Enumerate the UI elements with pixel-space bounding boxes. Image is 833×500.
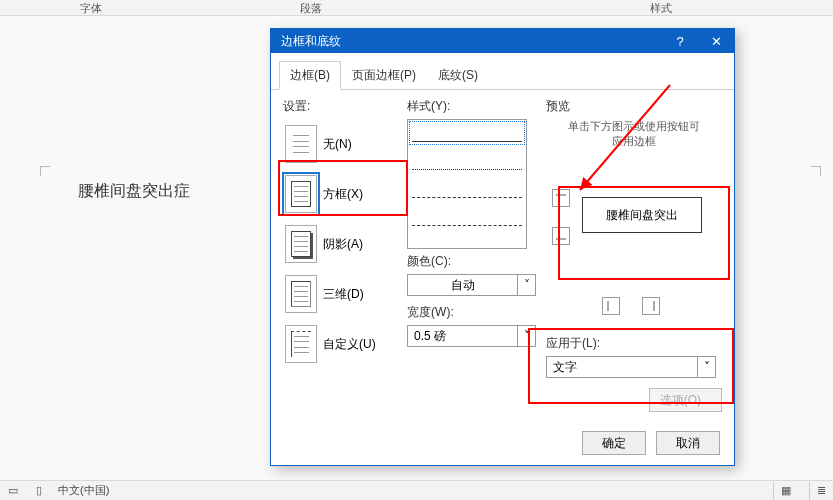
setting-three-d[interactable]: 三维(D) [283, 269, 397, 319]
close-button[interactable]: ✕ [698, 29, 734, 53]
style-option-dotted[interactable] [412, 152, 522, 170]
preview-sample: 腰椎间盘突出 [582, 197, 702, 233]
preview-diagram: 腰椎间盘突出 [552, 167, 722, 297]
preview-btn-bottom[interactable] [552, 227, 570, 245]
style-listbox[interactable] [407, 119, 527, 249]
width-label: 宽度(W): [407, 304, 536, 321]
ribbon-group-styles: 样式 [650, 1, 672, 16]
book-icon[interactable]: ▯ [32, 484, 46, 498]
dialog-tabs: 边框(B) 页面边框(P) 底纹(S) [271, 53, 734, 90]
tab-shading[interactable]: 底纹(S) [427, 61, 489, 90]
settings-label: 设置: [283, 98, 397, 115]
dialog-title: 边框和底纹 [281, 33, 341, 50]
setting-shadow[interactable]: 阴影(A) [283, 219, 397, 269]
style-option-dashed-2[interactable] [412, 208, 522, 226]
options-button: 选项(O)... [649, 388, 722, 412]
ribbon-group-paragraph: 段落 [300, 1, 322, 16]
style-label: 样式(Y): [407, 98, 536, 115]
ribbon-strip: 字体 段落 样式 [0, 0, 833, 16]
preview-label: 预览 [546, 98, 722, 115]
preview-hint: 单击下方图示或使用按钮可应用边框 [546, 119, 722, 149]
page-corner-mark [40, 166, 50, 176]
chevron-down-icon[interactable]: ˅ [517, 275, 535, 295]
ribbon-group-font: 字体 [80, 1, 102, 16]
apply-to-label: 应用于(L): [546, 335, 722, 352]
ok-button[interactable]: 确定 [582, 431, 646, 455]
tab-page-border[interactable]: 页面边框(P) [341, 61, 427, 90]
status-bar: ▭ ▯ 中文(中国) ▦ ≣ [0, 480, 833, 500]
cancel-button[interactable]: 取消 [656, 431, 720, 455]
setting-none[interactable]: 无(N) [283, 119, 397, 169]
tab-borders[interactable]: 边框(B) [279, 61, 341, 90]
help-button[interactable]: ? [662, 29, 698, 53]
setting-box[interactable]: 方框(X) [283, 169, 397, 219]
color-label: 颜色(C): [407, 253, 536, 270]
page-corner-mark [811, 166, 821, 176]
dialog-titlebar[interactable]: 边框和底纹 ? ✕ [271, 29, 734, 53]
preview-btn-left[interactable] [602, 297, 620, 315]
style-option-solid[interactable] [412, 124, 522, 142]
setting-custom[interactable]: 自定义(U) [283, 319, 397, 369]
width-combo[interactable]: 0.5 磅 ˅ [407, 325, 536, 347]
page-icon[interactable]: ▭ [6, 484, 20, 498]
document-text[interactable]: 腰椎间盘突出症 [78, 181, 190, 202]
color-combo[interactable]: 自动 ˅ [407, 274, 536, 296]
preview-btn-top[interactable] [552, 189, 570, 207]
view-print-icon[interactable]: ≣ [809, 482, 833, 500]
view-read-icon[interactable]: ▦ [773, 482, 797, 500]
preview-btn-right[interactable] [642, 297, 660, 315]
style-option-dashed-3[interactable] [412, 236, 522, 249]
style-option-dashed[interactable] [412, 180, 522, 198]
status-language[interactable]: 中文(中国) [58, 483, 109, 498]
borders-shading-dialog: 边框和底纹 ? ✕ 边框(B) 页面边框(P) 底纹(S) 设置: 无(N) 方… [270, 28, 735, 466]
apply-to-combo[interactable]: 文字 ˅ [546, 356, 716, 378]
chevron-down-icon[interactable]: ˅ [697, 357, 715, 377]
chevron-down-icon[interactable]: ˅ [517, 326, 535, 346]
